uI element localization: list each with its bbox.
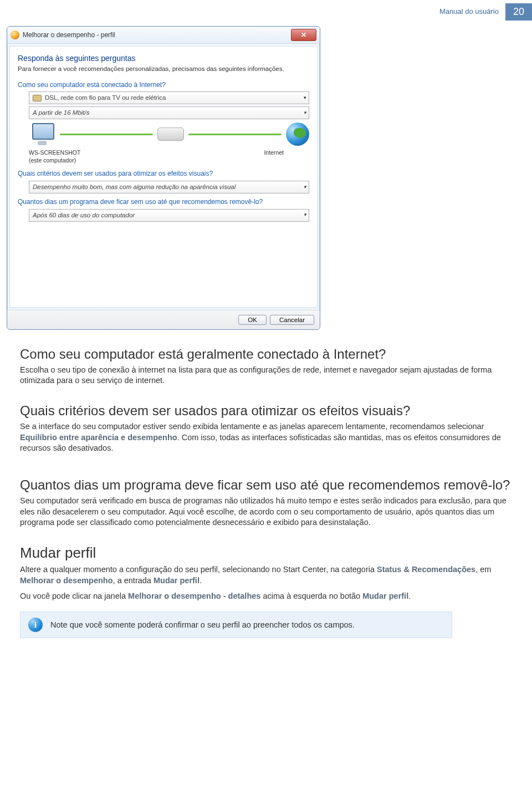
chevron-down-icon: ▾ [304, 95, 306, 101]
q1-dropdown-2-value: A partir de 16 Mbit/s [33, 109, 89, 117]
q2-dropdown[interactable]: Desempenho muito bom, mas com alguma red… [29, 181, 309, 193]
s4p1-end: . [200, 576, 202, 585]
s4p2-mid: acima à esquerda no botão [260, 592, 362, 600]
s4p2-b2: Mudar perfil [362, 592, 408, 600]
computer-sub-label: (este computador) [29, 157, 95, 165]
section3-paragraph: Seu computador será verificado em busca … [20, 496, 512, 528]
connection-link-1 [60, 134, 153, 135]
section4-paragraph1: Altere a qualquer momento a configuração… [20, 564, 512, 586]
cancel-button[interactable]: Cancelar [270, 315, 314, 325]
section2-paragraph: Se a interface do seu computador estiver… [20, 421, 512, 454]
network-diagram [29, 123, 309, 146]
q1-dropdown-1-value: DSL, rede com fio para TV ou rede elétri… [45, 94, 166, 102]
page-header: Manual do usuário 20 [0, 0, 532, 26]
chevron-down-icon: ▾ [304, 110, 306, 116]
dialog-titlebar: Melhorar o desempenho - perfil ✕ [7, 27, 320, 44]
computer-icon [29, 123, 55, 145]
q1-label: Como seu computador está conectado à Int… [18, 81, 309, 90]
connection-link-2 [188, 134, 282, 135]
header-label: Manual do usuário [439, 7, 503, 17]
chevron-down-icon: ▾ [304, 184, 306, 191]
q2-label: Quais critérios devem ser usados para ot… [18, 170, 309, 179]
info-icon: i [28, 618, 43, 632]
section4-paragraph2: Ou você pode clicar na janela Melhorar o… [20, 591, 512, 602]
q1-dropdown-connection-type[interactable]: DSL, rede com fio para TV ou rede elétri… [29, 91, 309, 104]
q1-dropdown-speed[interactable]: A partir de 16 Mbit/s ▾ [29, 106, 309, 119]
s4p2-pre: Ou você pode clicar na janela [20, 592, 128, 600]
q3-label: Quantos dias um programa deve ficar sem … [18, 198, 273, 207]
page-number: 20 [505, 3, 532, 21]
s4p2-b1: Melhorar o desempenho - detalhes [128, 592, 260, 600]
q3-dropdown[interactable]: Após 60 dias de uso do computador ▾ [29, 209, 309, 222]
note-text: Note que você somente poderá confirmar o… [50, 620, 355, 630]
chevron-down-icon: ▾ [304, 212, 306, 218]
section4-heading: Mudar perfil [20, 544, 512, 563]
s4p1-b2: Melhorar o desempenho [20, 576, 113, 585]
section2-text-pre: Se a interface do seu computador estiver… [20, 422, 484, 431]
section2-heading: Quais critérios devem ser usados para ot… [20, 402, 512, 419]
section1-heading: Como seu computador está geralmente cone… [20, 345, 512, 363]
s4p2-end: . [408, 592, 411, 600]
close-icon: ✕ [301, 31, 306, 40]
close-button[interactable]: ✕ [291, 29, 316, 41]
dialog-heading: Responda às seguintes perguntas [18, 53, 309, 63]
internet-label: Internet [264, 149, 284, 164]
s4p1-mid2: , a entrada [113, 576, 154, 585]
dialog-title: Melhorar o desempenho - perfil [23, 31, 115, 40]
section2-bold: Equilíbrio entre aparência e desempenho [20, 433, 177, 442]
dialog-button-row: OK Cancelar [7, 310, 320, 329]
section3-heading: Quantos dias um programa deve ficar sem … [20, 476, 512, 493]
modem-small-icon [33, 95, 42, 101]
modem-icon [157, 128, 184, 141]
s4p1-pre: Altere a qualquer momento a configuração… [20, 565, 377, 574]
section1-paragraph: Escolha o seu tipo de conexão à internet… [20, 365, 512, 386]
computer-name-label: WS-SCREENSHOT [29, 149, 95, 157]
ok-button[interactable]: OK [238, 315, 267, 325]
app-icon [11, 30, 19, 39]
s4p1-b1: Status & Recomendações [377, 565, 475, 574]
document-body: Como seu computador está geralmente cone… [0, 345, 532, 672]
s4p1-mid1: , em [475, 565, 491, 574]
dialog-subtext: Para fornecer a você recomendações perso… [18, 65, 309, 73]
note-box: i Note que você somente poderá confirmar… [20, 611, 452, 638]
dialog-window: Melhorar o desempenho - perfil ✕ Respond… [7, 26, 320, 329]
s4p1-b3: Mudar perfil [154, 576, 200, 585]
q2-dropdown-value: Desempenho muito bom, mas com alguma red… [33, 183, 236, 191]
q3-dropdown-value: Após 60 dias de uso do computador [33, 211, 135, 220]
globe-icon [286, 123, 309, 146]
